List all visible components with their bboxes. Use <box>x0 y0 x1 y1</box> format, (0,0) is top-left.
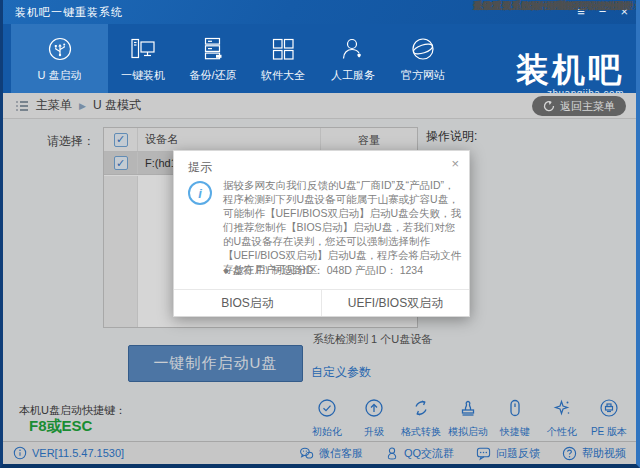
server-icon <box>199 35 227 63</box>
app-window: 装机吧一键重装系统 ≡ − × U 盘启动 <box>0 0 640 468</box>
nav-item-usb-boot[interactable]: U 盘启动 <box>11 24 108 93</box>
usb-icon <box>46 35 74 63</box>
nav-item-label: 软件大全 <box>261 68 305 83</box>
dialog-device-line: ● 盘符 F:\ 制造商ID： 048D 产品ID： 1234 <box>223 264 423 278</box>
nav-item-label: 一键装机 <box>121 68 165 83</box>
nav-item-label: 备份/还原 <box>189 68 236 83</box>
main-nav: U 盘启动 一键装机 <box>3 24 636 93</box>
dialog-title: 提示 <box>188 159 212 176</box>
brand-logo: 装机吧 zhuangjiba.com <box>464 52 624 99</box>
dialog-close-icon[interactable]: × <box>451 156 459 171</box>
nav-item-label: 人工服务 <box>331 68 375 83</box>
dialog-body-text: 据较多网友向我们反馈的U盘“厂商ID”及“产品ID”，程序检测到下列U盘设备可能… <box>223 178 461 276</box>
nav-item-backup-restore[interactable]: 备份/还原 <box>178 24 248 93</box>
window-title: 装机吧一键重装系统 <box>15 5 123 20</box>
nav-item-service[interactable]: 人工服务 <box>318 24 388 93</box>
nav-item-website[interactable]: 官方网站 <box>388 24 458 93</box>
nav-item-one-key-install[interactable]: 一键装机 <box>108 24 178 93</box>
brand-name: 装机吧 <box>464 52 624 88</box>
nav-item-label: U 盘启动 <box>38 68 82 83</box>
computer-icon <box>129 35 157 63</box>
nav-item-label: 官方网站 <box>401 68 445 83</box>
globe-icon <box>409 35 437 63</box>
bios-boot-button[interactable]: BIOS启动 <box>174 290 321 316</box>
info-circle-icon: i <box>188 181 212 205</box>
person-icon <box>339 35 367 63</box>
nav-item-software[interactable]: 软件大全 <box>248 24 318 93</box>
uefi-bios-boot-button[interactable]: UEFI/BIOS双启动 <box>321 290 469 316</box>
ops-text-fragment: 作完成。 <box>473 0 511 13</box>
dialog-footer: BIOS启动 UEFI/BIOS双启动 <box>174 289 469 316</box>
grid-icon <box>269 35 297 63</box>
alert-dialog: 提示 × i 据较多网友向我们反馈的U盘“厂商ID”及“产品ID”，程序检测到下… <box>173 150 470 317</box>
